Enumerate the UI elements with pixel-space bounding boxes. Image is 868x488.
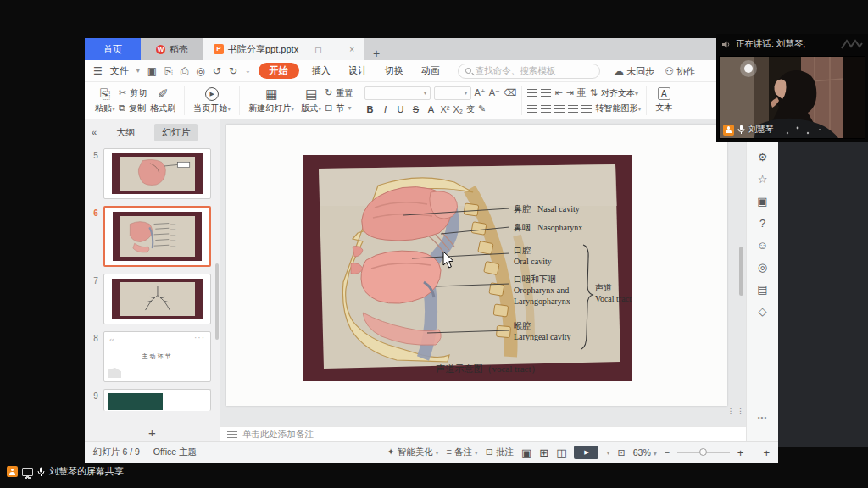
tab-outline[interactable]: 大纲 bbox=[108, 124, 142, 141]
fit-slide-icon[interactable]: ⊡ bbox=[618, 447, 626, 458]
zoom-in-button[interactable]: + bbox=[737, 446, 744, 459]
underline-button[interactable]: U bbox=[395, 104, 407, 114]
align-text-button[interactable]: 对齐文本▾ bbox=[601, 87, 638, 99]
align-center-icon[interactable] bbox=[541, 105, 551, 113]
play-from-current-button[interactable]: ▶ 当页开始▾ bbox=[190, 87, 234, 114]
layers-icon[interactable]: ▣ bbox=[757, 196, 767, 207]
distribute-icon[interactable] bbox=[581, 105, 592, 113]
sidebar-scrollbar[interactable] bbox=[215, 263, 219, 340]
slide-thumb-7[interactable]: 7 bbox=[88, 274, 211, 324]
webcam-overlay[interactable]: 正在讲话: 刘慧琴; bbox=[716, 34, 868, 142]
export-icon[interactable]: ⎘ bbox=[164, 65, 173, 77]
cut-button[interactable]: ✂剪切 bbox=[119, 87, 147, 99]
book-icon[interactable]: ▤ bbox=[757, 284, 767, 295]
align-right-icon[interactable] bbox=[554, 105, 565, 113]
text-tool-button[interactable]: A 文本 bbox=[652, 87, 676, 114]
notes-bar[interactable]: 单击此处添加备注 bbox=[220, 426, 746, 441]
normal-view-button[interactable]: ▣ bbox=[521, 446, 531, 459]
clear-format-icon[interactable]: ⌫ bbox=[504, 87, 517, 98]
bullet-list-icon[interactable] bbox=[527, 89, 537, 97]
ribbon-tab-transition[interactable]: 切换 bbox=[380, 64, 409, 77]
strikethrough-button[interactable]: S bbox=[410, 104, 422, 114]
layout-button[interactable]: ▤ 版式▾ bbox=[298, 87, 325, 114]
print-preview-icon[interactable]: ◎ bbox=[196, 65, 204, 77]
box-icon[interactable]: ◇ bbox=[759, 306, 767, 317]
smart-graphic-button[interactable]: 转智能图形▾ bbox=[595, 103, 641, 114]
star-icon[interactable]: ☆ bbox=[758, 174, 768, 185]
paste-button[interactable]: ⎘ 粘贴▾ bbox=[92, 87, 119, 114]
slideshow-play-button[interactable]: ▶ bbox=[574, 446, 598, 459]
zoom-slider[interactable] bbox=[677, 452, 730, 453]
command-search-input[interactable]: 查找命令、搜索模板 bbox=[458, 64, 600, 79]
copy-button[interactable]: ⧉复制 bbox=[119, 103, 147, 114]
font-color-button[interactable]: A bbox=[426, 104, 437, 114]
canvas-scrollbar[interactable] bbox=[739, 247, 743, 296]
tab-docer[interactable]: W 稻壳 bbox=[141, 38, 203, 60]
text-direction-icon[interactable]: 亜 bbox=[577, 86, 587, 99]
close-tab-icon[interactable]: × bbox=[349, 45, 354, 54]
statusbar-extra-plus[interactable]: + bbox=[763, 446, 770, 459]
save-icon[interactable]: ▣ bbox=[147, 65, 157, 77]
slide-thumb-5[interactable]: 5 bbox=[88, 148, 211, 199]
slide-thumb-9[interactable]: 9 bbox=[88, 389, 211, 411]
font-size-select[interactable]: ▾ bbox=[434, 86, 471, 100]
slide-thumb-6-selected[interactable]: 6 bbox=[88, 206, 211, 267]
italic-button[interactable]: I bbox=[380, 104, 392, 114]
hamburger-menu-icon[interactable]: ☰ bbox=[93, 65, 103, 77]
superscript-button[interactable]: X² bbox=[441, 104, 450, 114]
tab-slides[interactable]: 幻灯片 bbox=[154, 124, 198, 141]
section-button[interactable]: ⊟节▾ bbox=[325, 103, 353, 114]
comments-button[interactable]: ⊡ 批注 bbox=[486, 446, 514, 458]
increase-font-icon[interactable]: A⁺ bbox=[475, 87, 486, 98]
reset-button[interactable]: ↻重置 bbox=[325, 87, 353, 99]
zoom-slider-knob[interactable] bbox=[699, 448, 707, 456]
tab-document[interactable]: P 书院分享ppt.pptx ◻ × bbox=[203, 38, 364, 60]
add-slide-button[interactable]: + bbox=[148, 425, 156, 440]
zoom-level[interactable]: 63% ▾ bbox=[633, 447, 657, 458]
new-tab-button[interactable]: + bbox=[364, 47, 388, 60]
decrease-indent-icon[interactable]: ⇤ bbox=[554, 87, 562, 98]
slide-thumb-8[interactable]: 8 “ ··· 主动环节 bbox=[88, 331, 211, 382]
subscript-button[interactable]: X₂ bbox=[453, 104, 464, 114]
line-spacing-icon[interactable]: ⇅ bbox=[590, 87, 598, 98]
notes-toggle-button[interactable]: ≡ 备注 ▾ bbox=[447, 446, 478, 458]
tab-home[interactable]: 首页 bbox=[85, 38, 141, 60]
print-icon[interactable]: ⎙ bbox=[181, 65, 189, 77]
vocal-tract-photo[interactable]: 鼻腔 Nasal cavity 鼻咽 Nasopharynx 口腔 Oral c… bbox=[303, 155, 632, 381]
slide-sorter-view-button[interactable]: ⊞ bbox=[539, 446, 548, 459]
ribbon-tab-insert[interactable]: 插入 bbox=[307, 64, 336, 77]
comment-bubble-icon[interactable]: ◻ bbox=[314, 45, 321, 54]
settings-icon[interactable]: ⚙ bbox=[758, 152, 768, 163]
slide-canvas[interactable]: 鼻腔 Nasal cavity 鼻咽 Nasopharynx 口腔 Oral c… bbox=[220, 119, 746, 426]
bold-button[interactable]: B bbox=[364, 104, 376, 114]
numbered-list-icon[interactable] bbox=[541, 89, 551, 97]
strip-more-dots[interactable]: ••• bbox=[758, 413, 767, 421]
help-icon[interactable]: ? bbox=[760, 218, 765, 229]
slideshow-caret-icon[interactable]: ▾ bbox=[606, 449, 609, 457]
pin-icon[interactable]: ◎ bbox=[758, 262, 767, 273]
file-menu[interactable]: 文件 bbox=[110, 64, 129, 77]
theme-name[interactable]: Office 主题 bbox=[153, 446, 197, 458]
ribbon-tab-design[interactable]: 设计 bbox=[343, 64, 372, 77]
format-painter-button[interactable]: ✐ 格式刷 bbox=[147, 87, 179, 114]
text-effect-button[interactable]: 变 bbox=[466, 103, 475, 115]
font-family-select[interactable]: ▾ bbox=[364, 86, 431, 100]
slide-nav-dots[interactable]: ⋮ ⋮ bbox=[726, 408, 744, 414]
undo-icon[interactable]: ↺ bbox=[213, 65, 221, 77]
ribbon-tab-animation[interactable]: 动画 bbox=[416, 64, 445, 77]
new-slide-button[interactable]: ▦ 新建幻灯片▾ bbox=[245, 87, 298, 114]
current-slide[interactable]: 鼻腔 Nasal cavity 鼻咽 Nasopharynx 口腔 Oral c… bbox=[226, 125, 727, 406]
decrease-font-icon[interactable]: A⁻ bbox=[489, 87, 500, 98]
increase-indent-icon[interactable]: ⇥ bbox=[566, 87, 574, 98]
redo-icon[interactable]: ↻ bbox=[229, 65, 237, 77]
ribbon-tab-start[interactable]: 开始 bbox=[259, 63, 299, 79]
collaborate-button[interactable]: ⚇ 协作 bbox=[665, 65, 695, 78]
zoom-out-button[interactable]: − bbox=[665, 447, 670, 458]
collapse-panel-icon[interactable]: « bbox=[92, 127, 97, 137]
align-left-icon[interactable] bbox=[527, 105, 537, 113]
reading-view-button[interactable]: ◫ bbox=[556, 446, 566, 459]
justify-icon[interactable] bbox=[568, 105, 578, 113]
sync-status[interactable]: ☁ 未同步 bbox=[614, 65, 654, 78]
quickbar-more-icon[interactable]: ⌄ bbox=[245, 67, 251, 75]
highlight-pen-icon[interactable]: ✎ bbox=[478, 103, 486, 114]
